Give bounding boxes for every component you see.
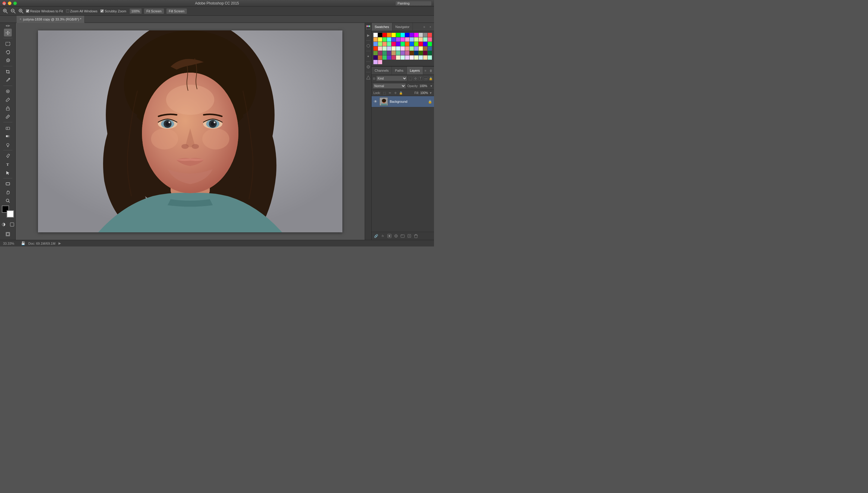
- swatch[interactable]: [391, 33, 396, 37]
- doc-tab-close[interactable]: ×: [20, 18, 21, 21]
- blend-mode-select[interactable]: Normal Multiply Screen: [373, 83, 406, 89]
- status-file-icon[interactable]: 💾: [21, 241, 25, 245]
- mask-btn[interactable]: [387, 233, 392, 239]
- document-tab[interactable]: × justyna-1838 copy @ 33.3% (RGB/8°) *: [17, 16, 85, 23]
- channels-tab[interactable]: Channels: [372, 67, 392, 74]
- swatch[interactable]: [378, 42, 382, 46]
- swatch[interactable]: [396, 46, 400, 51]
- swatch[interactable]: [423, 46, 427, 51]
- swatches-icon[interactable]: [366, 25, 371, 30]
- gradient-tool[interactable]: [4, 132, 12, 140]
- pen-tool[interactable]: [4, 152, 12, 160]
- fill-value[interactable]: 100%: [420, 91, 428, 94]
- swatch[interactable]: [400, 56, 405, 60]
- swatch[interactable]: [378, 33, 382, 37]
- layer-eye-icon[interactable]: 👁: [373, 100, 378, 104]
- opacity-value[interactable]: 100%: [419, 84, 429, 88]
- swatch[interactable]: [387, 51, 391, 55]
- swatch[interactable]: [400, 51, 405, 55]
- adjustments-icon[interactable]: [366, 43, 371, 48]
- swatch[interactable]: [414, 37, 418, 42]
- swatch[interactable]: [396, 51, 400, 55]
- toolbar-left-btn[interactable]: ◀: [5, 24, 7, 27]
- swatch[interactable]: [419, 51, 423, 55]
- swatch[interactable]: [423, 51, 427, 55]
- swatch[interactable]: [410, 42, 414, 46]
- swatches-tab[interactable]: Swatches: [372, 23, 392, 31]
- swatch[interactable]: [419, 37, 423, 42]
- swatch[interactable]: [405, 56, 409, 60]
- swatch[interactable]: [378, 60, 382, 64]
- type-tool[interactable]: T: [4, 160, 12, 168]
- navigator-tab[interactable]: Navigator: [392, 23, 413, 31]
- swatch[interactable]: [423, 42, 427, 46]
- swatch[interactable]: [400, 37, 405, 42]
- swatch[interactable]: [383, 37, 387, 42]
- shape-tool[interactable]: [4, 180, 12, 188]
- maximize-button[interactable]: [13, 1, 17, 5]
- fit-screen-button[interactable]: Fit Screen: [144, 8, 164, 14]
- swatch[interactable]: [391, 37, 396, 42]
- swatch[interactable]: [423, 33, 427, 37]
- swatch[interactable]: [410, 51, 414, 55]
- swatch[interactable]: [419, 46, 423, 51]
- swatch[interactable]: [414, 33, 418, 37]
- opacity-arrow[interactable]: ▼: [430, 84, 433, 88]
- layer-styles-btn[interactable]: fx: [380, 233, 386, 239]
- swatch[interactable]: [387, 33, 391, 37]
- swatch[interactable]: [428, 51, 432, 55]
- crop-tool[interactable]: [4, 68, 12, 76]
- swatch[interactable]: [387, 46, 391, 51]
- canvas-container[interactable]: [16, 23, 365, 240]
- quick-mask-tool[interactable]: [0, 220, 7, 229]
- swatch[interactable]: [405, 37, 409, 42]
- photo-canvas[interactable]: [38, 30, 342, 232]
- swatch[interactable]: [373, 46, 378, 51]
- swatch[interactable]: [391, 46, 396, 51]
- minimize-button[interactable]: [8, 1, 12, 5]
- zoom-all-checkbox[interactable]: [66, 9, 69, 13]
- swatch[interactable]: [387, 37, 391, 42]
- swatch[interactable]: [419, 56, 423, 60]
- swatch[interactable]: [378, 46, 382, 51]
- lock-pixels-btn[interactable]: ✏: [388, 91, 392, 95]
- panel-collapse-icon[interactable]: ×: [428, 24, 433, 29]
- swatch[interactable]: [428, 56, 432, 60]
- history-tool[interactable]: [4, 113, 12, 121]
- lock-transparent-btn[interactable]: ⬚: [383, 91, 387, 95]
- swatch[interactable]: [396, 37, 400, 42]
- lock-all-btn[interactable]: 🔒: [399, 91, 403, 95]
- swatch[interactable]: [373, 51, 378, 55]
- lock-position-btn[interactable]: ✛: [393, 91, 397, 95]
- swatch[interactable]: [423, 56, 427, 60]
- stock-icon[interactable]: [366, 75, 371, 80]
- swatch[interactable]: [373, 42, 378, 46]
- link-layers-btn[interactable]: 🔗: [373, 233, 379, 239]
- screen-mode-tool[interactable]: [8, 220, 16, 229]
- swatch[interactable]: [396, 33, 400, 37]
- toolbar-right-btn[interactable]: ▶: [8, 24, 10, 27]
- layers-tab[interactable]: Layers: [407, 67, 423, 74]
- swatch[interactable]: [423, 37, 427, 42]
- swatch[interactable]: [373, 56, 378, 60]
- right-arrow-icon[interactable]: ▶: [366, 33, 371, 38]
- swatch[interactable]: [419, 42, 423, 46]
- move-tool[interactable]: [4, 29, 12, 37]
- scrubby-zoom-checkbox[interactable]: [100, 9, 104, 13]
- eyedropper-tool[interactable]: [4, 76, 12, 84]
- delete-layer-btn[interactable]: [413, 233, 419, 239]
- swatch[interactable]: [400, 42, 405, 46]
- swatch[interactable]: [383, 56, 387, 60]
- styles-icon[interactable]: ✦: [366, 53, 371, 59]
- swatch[interactable]: [405, 51, 409, 55]
- dodge-tool[interactable]: [4, 141, 12, 149]
- zoom-in-icon[interactable]: [18, 8, 24, 14]
- zoom-percent-input[interactable]: [129, 8, 142, 14]
- filter-pixel-icon[interactable]: ⬚: [408, 76, 412, 81]
- swatch[interactable]: [383, 51, 387, 55]
- swatch[interactable]: [428, 37, 432, 42]
- swatch[interactable]: [396, 56, 400, 60]
- status-arrow[interactable]: ▶: [59, 241, 61, 245]
- fill-arrow[interactable]: ▼: [429, 91, 432, 94]
- lasso-tool[interactable]: [4, 48, 12, 56]
